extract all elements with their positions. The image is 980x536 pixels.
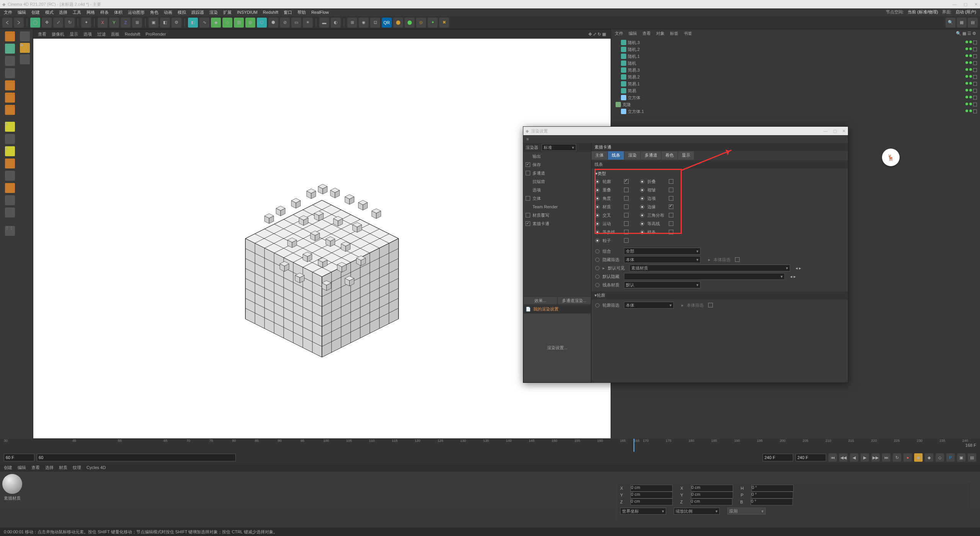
poly-mode[interactable] xyxy=(5,105,15,115)
object-row[interactable]: 随机.3 xyxy=(614,39,977,46)
rs-left-item[interactable]: 选项 xyxy=(523,186,591,194)
vis-editor-dot[interactable] xyxy=(965,41,968,43)
menu-edit[interactable]: 编辑 xyxy=(18,10,26,15)
spline-primitive[interactable]: ∿ xyxy=(199,18,209,28)
vis-render-dot[interactable] xyxy=(969,61,972,64)
tag[interactable]: ⊘ xyxy=(280,18,290,28)
object-tree[interactable]: 随机.3随机.2随机.1随机简易.3简易.2简易.1简易立方体克隆立方体.1 xyxy=(611,38,980,116)
om-file[interactable]: 文件 xyxy=(615,31,623,36)
om-edit[interactable]: 编辑 xyxy=(629,31,637,36)
model-mode[interactable] xyxy=(5,44,15,54)
extra1[interactable]: ⬤ xyxy=(393,18,403,28)
timeline[interactable]: 3045556570758085909510010511011512012513… xyxy=(0,439,980,452)
vis-editor-dot[interactable] xyxy=(965,89,968,92)
object-enable[interactable] xyxy=(973,68,977,72)
render-view[interactable]: ▣ xyxy=(149,18,158,28)
coord-apply[interactable]: 应用 xyxy=(727,508,766,515)
object-row[interactable]: 简易.1 xyxy=(614,80,977,87)
vis-editor-dot[interactable] xyxy=(965,75,968,78)
object-enable[interactable] xyxy=(973,103,977,106)
coord-rot-input[interactable]: 0 ° xyxy=(751,492,793,498)
vis-editor-dot[interactable] xyxy=(965,47,968,50)
vp-tab-options[interactable]: 选项 xyxy=(83,31,92,37)
menu-mograph[interactable]: 运动图形 xyxy=(128,10,145,15)
vp-tab-filter[interactable]: 过滤 xyxy=(97,31,106,37)
coord-rot-input[interactable]: 0 ° xyxy=(751,498,793,505)
deformer[interactable]: ▧ xyxy=(234,18,244,28)
rs-left-item[interactable]: 保存 xyxy=(523,160,591,169)
move-tool[interactable]: ✥ xyxy=(42,18,52,28)
object-enable[interactable] xyxy=(973,61,977,65)
key5[interactable]: ▤ xyxy=(968,453,976,462)
menu-simulate[interactable]: 模拟 xyxy=(178,10,186,15)
field[interactable]: ⬢ xyxy=(268,18,278,28)
nodespace-value[interactable]: 当前 (标准/物理) xyxy=(908,9,938,15)
rs-outf-dd[interactable]: 本体 xyxy=(624,302,674,309)
vp-tab-camera[interactable]: 摄像机 xyxy=(52,31,64,37)
vis-render-dot[interactable] xyxy=(969,109,972,112)
object-row[interactable]: 随机 xyxy=(614,60,977,67)
loop[interactable]: ↻ xyxy=(893,453,901,462)
panel-icon[interactable]: ▤ xyxy=(968,18,978,28)
object-row[interactable]: 随机.1 xyxy=(614,53,977,60)
coord-mode1[interactable]: 世界坐标 xyxy=(620,508,666,515)
grid-toggle[interactable]: ⊞ xyxy=(347,18,357,28)
object-enable[interactable] xyxy=(973,109,977,113)
key1[interactable]: ◆ xyxy=(925,453,933,462)
vis-editor-dot[interactable] xyxy=(965,96,968,98)
rs-visible-btns[interactable]: ◂ ▸ xyxy=(795,266,801,271)
undo-button[interactable] xyxy=(2,18,12,28)
mat-texture[interactable]: 纹理 xyxy=(73,465,81,471)
coord-pos-input[interactable]: 0 cm xyxy=(630,485,673,492)
extra3[interactable]: ✦ xyxy=(428,18,438,28)
floor[interactable]: ▬ xyxy=(319,18,329,28)
rotate-tool[interactable]: ↻ xyxy=(65,18,75,28)
vis-render-dot[interactable] xyxy=(969,96,972,98)
rs-outf-extra-cb[interactable] xyxy=(708,303,713,307)
make-editable[interactable] xyxy=(5,31,15,41)
coord-pos-input[interactable]: 0 cm xyxy=(630,498,673,505)
vis-render-dot[interactable] xyxy=(969,75,972,78)
step-back[interactable]: ◀◀ xyxy=(839,453,848,462)
extra4[interactable]: ✖ xyxy=(439,18,449,28)
scale-tool[interactable]: ⤢ xyxy=(53,18,63,28)
cube-primitive[interactable]: ◧ xyxy=(188,18,198,28)
vp-tab-display[interactable]: 显示 xyxy=(70,31,78,37)
object-enable[interactable] xyxy=(973,96,977,100)
autokey[interactable]: ◉ xyxy=(914,453,923,462)
vis-render-dot[interactable] xyxy=(969,68,972,71)
vis-render-dot[interactable] xyxy=(969,103,972,105)
object-row[interactable]: 克隆 xyxy=(614,101,977,108)
rs-visible-radio[interactable] xyxy=(595,266,599,270)
menu-help[interactable]: 帮助 xyxy=(297,10,306,15)
generator[interactable]: ◆ xyxy=(211,18,221,28)
menu-tools[interactable]: 工具 xyxy=(73,10,81,15)
coord-mode2[interactable]: 缩放比例 xyxy=(674,508,720,515)
maximize-button[interactable]: ▢ xyxy=(964,2,967,7)
rs-linemat-dd[interactable]: 默认 xyxy=(624,281,701,288)
menu-redshift[interactable]: Redshift xyxy=(263,10,278,15)
mat-edit[interactable]: 编辑 xyxy=(18,465,26,471)
mat-view[interactable]: 查看 xyxy=(31,465,40,471)
layout-icon[interactable]: ▦ xyxy=(957,18,967,28)
point-mode[interactable] xyxy=(5,80,15,90)
menu-select[interactable]: 选择 xyxy=(59,10,67,15)
rs-left-item[interactable]: 素描卡通 xyxy=(523,219,591,228)
environment[interactable]: ◍ xyxy=(245,18,255,28)
rs-left-checkbox[interactable] xyxy=(526,162,530,167)
menu-volume[interactable]: 体积 xyxy=(114,10,122,15)
rs-combine-radio[interactable] xyxy=(595,249,599,253)
rs-tab[interactable]: 着色 xyxy=(662,151,678,160)
render-region[interactable]: ◧ xyxy=(160,18,170,28)
play-fwd[interactable]: ▶ xyxy=(861,453,869,462)
generator2[interactable]: ◇ xyxy=(222,18,232,28)
menu-mode[interactable]: 模式 xyxy=(45,10,54,15)
mat-create[interactable]: 创建 xyxy=(4,465,12,471)
axis-x[interactable]: X xyxy=(98,18,108,28)
close-button[interactable]: ✕ xyxy=(974,2,978,7)
layout-value[interactable]: 启动 (用户) xyxy=(956,9,976,15)
om-tags[interactable]: 标签 xyxy=(670,31,678,36)
coord-rot-input[interactable]: 0 ° xyxy=(751,485,794,492)
coord-size-input[interactable]: 0 cm xyxy=(690,498,732,505)
rs-left-item[interactable]: Team Render xyxy=(523,203,591,211)
